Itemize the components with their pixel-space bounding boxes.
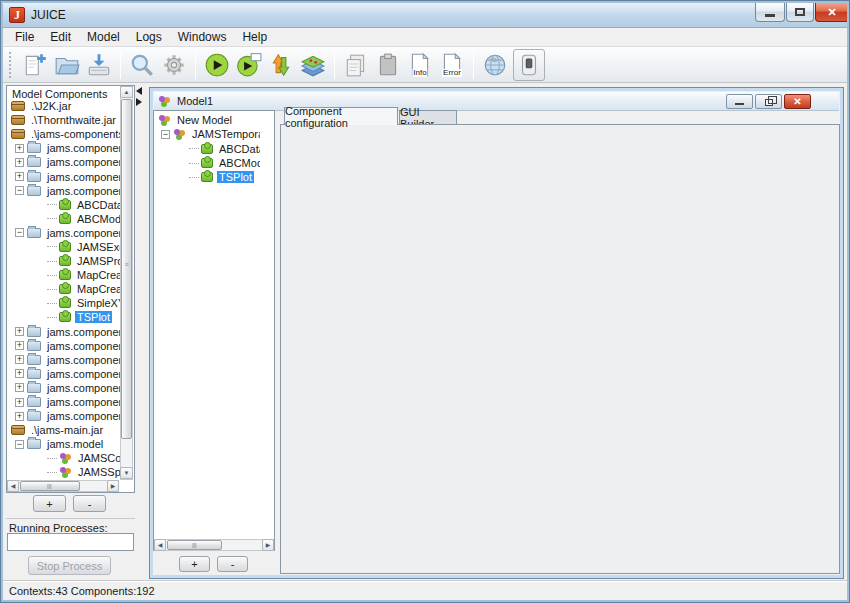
tree-item[interactable]: ABCModel bbox=[156, 156, 260, 170]
error-log-button[interactable]: Error bbox=[436, 49, 468, 81]
maximize-button[interactable] bbox=[786, 3, 814, 22]
collapse-icon[interactable]: − bbox=[15, 228, 24, 237]
tree-item[interactable]: +jams.componen bbox=[7, 155, 121, 169]
expand-icon[interactable]: + bbox=[15, 412, 24, 421]
expand-icon[interactable]: + bbox=[15, 383, 24, 392]
expand-icon[interactable]: + bbox=[15, 327, 24, 336]
menu-item-file[interactable]: File bbox=[7, 28, 42, 46]
scroll-right-button[interactable]: ▶ bbox=[262, 539, 274, 551]
menu-item-help[interactable]: Help bbox=[234, 28, 275, 46]
model-remove-button[interactable]: - bbox=[217, 556, 248, 572]
menu-item-logs[interactable]: Logs bbox=[128, 28, 170, 46]
scroll-down-button[interactable]: ▼ bbox=[120, 467, 133, 479]
tree-item[interactable]: TSPlot bbox=[7, 310, 121, 324]
tree-item[interactable]: +jams.componen bbox=[7, 409, 121, 423]
scrollbar-thumb[interactable]: lll bbox=[167, 540, 222, 550]
open-model-button[interactable] bbox=[51, 49, 83, 81]
device-toggle-button[interactable] bbox=[513, 49, 545, 81]
tree-item[interactable]: JAMSConte bbox=[7, 451, 121, 465]
scroll-right-button[interactable]: ▶ bbox=[107, 480, 119, 492]
tree-item[interactable]: +jams.componen bbox=[7, 353, 121, 367]
title-bar[interactable]: J JUICE ✕ bbox=[3, 3, 847, 28]
tree-item[interactable]: ABCModel bbox=[7, 212, 121, 226]
tree-item[interactable]: +jams.componen bbox=[7, 141, 121, 155]
collapse-icon[interactable]: − bbox=[15, 186, 24, 195]
expand-icon[interactable]: + bbox=[15, 144, 24, 153]
map-layers-button[interactable] bbox=[297, 49, 329, 81]
tree-item[interactable]: −jams.componen bbox=[7, 226, 121, 240]
expand-right-icon[interactable] bbox=[136, 98, 142, 106]
scrollbar-thumb[interactable]: ≡ bbox=[121, 99, 132, 439]
scroll-left-button[interactable]: ◀ bbox=[7, 480, 19, 492]
remove-component-button[interactable]: - bbox=[73, 495, 106, 512]
tree-item[interactable]: JAMSProgre bbox=[7, 254, 121, 268]
running-processes-list[interactable] bbox=[7, 533, 134, 551]
tree-item[interactable]: ABCDataReader bbox=[156, 142, 260, 156]
collapse-icon[interactable]: − bbox=[161, 130, 170, 139]
paste-button[interactable] bbox=[372, 49, 404, 81]
collapse-left-icon[interactable] bbox=[136, 87, 142, 95]
expand-icon[interactable]: + bbox=[15, 398, 24, 407]
tree-item[interactable]: .\Thornthwaite.jar bbox=[7, 113, 121, 127]
new-model-button[interactable] bbox=[19, 49, 51, 81]
toolbar-drag-handle[interactable] bbox=[9, 52, 13, 78]
tree-item[interactable]: −JAMSTemporalContext bbox=[156, 127, 260, 141]
stop-process-button[interactable]: Stop Process bbox=[28, 556, 111, 575]
tree-item[interactable]: +jams.componen bbox=[7, 381, 121, 395]
search-button[interactable] bbox=[126, 49, 158, 81]
tree-item[interactable]: −jams.model bbox=[7, 437, 121, 451]
tree-item-label: jams.model bbox=[45, 438, 105, 450]
tree-item[interactable]: +jams.componen bbox=[7, 325, 121, 339]
tree-item[interactable]: New Model bbox=[156, 113, 260, 127]
expand-icon[interactable]: + bbox=[15, 341, 24, 350]
tree-item[interactable]: MapCreator bbox=[7, 282, 121, 296]
tree-item[interactable]: .\jams-main.jar bbox=[7, 423, 121, 437]
settings-button[interactable] bbox=[158, 49, 190, 81]
tree-item[interactable]: +jams.componen bbox=[7, 367, 121, 381]
tree-item[interactable]: ABCDataRe bbox=[7, 198, 121, 212]
tree-item[interactable]: +jams.componen bbox=[7, 395, 121, 409]
info-log-button[interactable]: Info bbox=[404, 49, 436, 81]
minimize-button[interactable] bbox=[755, 3, 785, 22]
model-add-button[interactable]: + bbox=[179, 556, 210, 572]
tree-item[interactable]: SimpleXYPlo bbox=[7, 296, 121, 310]
web-button[interactable] bbox=[479, 49, 511, 81]
jar-icon bbox=[11, 101, 25, 111]
tree-item[interactable]: +jams.componen bbox=[7, 169, 121, 183]
collapse-icon[interactable]: − bbox=[15, 440, 24, 449]
tree-item[interactable]: TSPlot bbox=[156, 170, 260, 184]
run-model-button[interactable] bbox=[201, 49, 233, 81]
scroll-up-button[interactable]: ▲ bbox=[120, 86, 133, 98]
expand-icon[interactable]: + bbox=[15, 369, 24, 378]
tree-item[interactable]: MapCreator bbox=[7, 268, 121, 282]
copy-button[interactable] bbox=[340, 49, 372, 81]
exchange-parameters-button[interactable] bbox=[265, 49, 297, 81]
menu-item-windows[interactable]: Windows bbox=[170, 28, 235, 46]
expand-icon[interactable]: + bbox=[15, 172, 24, 181]
frame-minimize-button[interactable] bbox=[726, 94, 753, 109]
tree-item[interactable]: +jams.componen bbox=[7, 339, 121, 353]
tab-gui-builder[interactable]: GUI Builder bbox=[399, 110, 457, 125]
tree-item[interactable]: JAMSExecIn bbox=[7, 240, 121, 254]
tree-item-label: JAMSExecIn bbox=[75, 241, 121, 253]
scroll-left-button[interactable]: ◀ bbox=[154, 539, 166, 551]
scrollbar-thumb[interactable]: lll bbox=[20, 481, 80, 491]
close-button[interactable]: ✕ bbox=[815, 3, 849, 22]
split-pane-divider[interactable] bbox=[136, 87, 146, 106]
menu-item-model[interactable]: Model bbox=[79, 28, 128, 46]
tree-item[interactable]: JAMSSpatia bbox=[7, 465, 121, 479]
tab-component-configuration[interactable]: Component configuration bbox=[284, 107, 398, 125]
expand-icon[interactable]: + bbox=[15, 158, 24, 167]
tree-item[interactable]: −jams.componen bbox=[7, 184, 121, 198]
expand-icon[interactable]: + bbox=[15, 355, 24, 364]
add-component-button[interactable]: + bbox=[33, 495, 66, 512]
menu-item-edit[interactable]: Edit bbox=[42, 28, 79, 46]
save-model-button[interactable] bbox=[83, 49, 115, 81]
tree-item[interactable]: .\jams-components bbox=[7, 127, 121, 141]
run-model-gui-button[interactable] bbox=[233, 49, 265, 81]
model-frame-title-bar[interactable]: Model1 ✕ bbox=[154, 92, 839, 111]
tree-item[interactable]: .\J2K.jar bbox=[7, 99, 121, 113]
frame-close-button[interactable]: ✕ bbox=[784, 94, 811, 109]
frame-restore-button[interactable] bbox=[755, 94, 782, 109]
toolbar-separator bbox=[473, 51, 474, 79]
